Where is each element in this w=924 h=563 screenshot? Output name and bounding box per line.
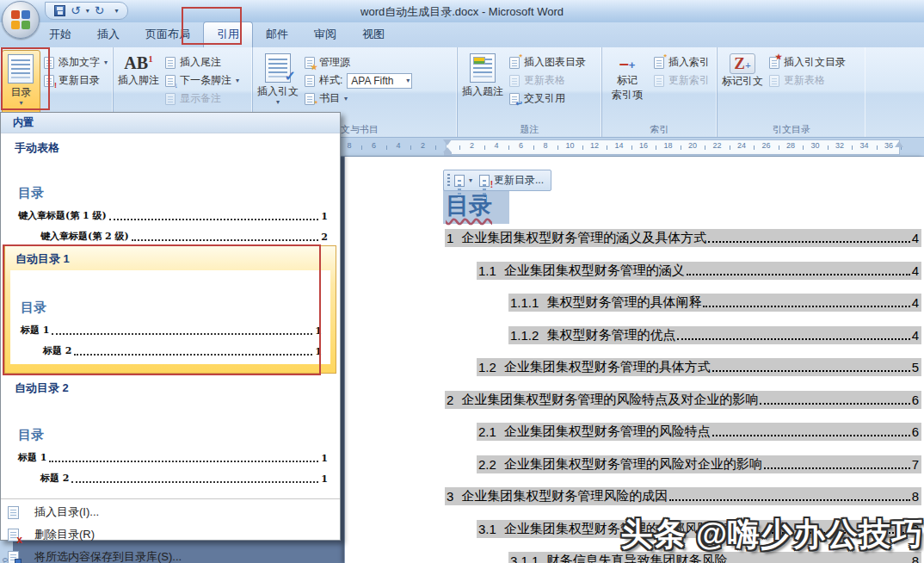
- ruler-number: 16: [639, 141, 648, 150]
- insert-toa-button[interactable]: ★ 插入引文目录: [766, 53, 849, 71]
- style-row: 样式: APA Fifth▾: [301, 71, 416, 90]
- mark-entry-icon: –+: [619, 53, 636, 73]
- ruler-number: 36: [884, 141, 893, 150]
- auto-table-2-label: 自动目录 2: [1, 374, 340, 396]
- group-label-authorities: 引文目录: [718, 123, 865, 136]
- group-table-of-authorities: Z+ 标记引文 ★ 插入引文目录 更新表格 引文目录: [718, 47, 865, 137]
- menu-command-icon: [8, 551, 19, 563]
- toc-entry: 1.1.2 集权型财务管理的优点 4: [508, 326, 921, 344]
- menu-separator: [1, 498, 340, 499]
- show-notes-button[interactable]: 显示备注: [162, 90, 243, 108]
- toc-icon: [8, 54, 34, 84]
- toc-title: 目录: [446, 193, 492, 219]
- ribbon-tab[interactable]: 页面布局: [132, 22, 203, 47]
- ruler-page-band: [446, 139, 900, 155]
- update-toc-float-button[interactable]: 更新目录...: [494, 173, 544, 188]
- insert-endnote-icon: [165, 57, 176, 69]
- manage-sources-icon: ★: [305, 57, 315, 69]
- group-label-captions: 题注: [458, 123, 601, 136]
- horizontal-ruler: 864224681012141618202224262830323436: [341, 138, 924, 157]
- title-bar: ↺ ▾ ↻ ▾ word自动生成目录.docx - Microsoft Word: [0, 0, 924, 22]
- mark-citation-icon: Z+: [730, 53, 755, 74]
- first-line-indent-marker[interactable]: [443, 139, 452, 145]
- ribbon-tab[interactable]: 开始: [36, 22, 84, 47]
- insert-caption-icon: [470, 53, 496, 83]
- menu-command[interactable]: 将所选内容保存到目录库(S)...: [1, 546, 340, 563]
- ruler-number: 26: [761, 141, 770, 150]
- group-index: –+ 标记 索引项 * 插入索引 更新索引 索引: [602, 47, 718, 137]
- ribbon-tab[interactable]: 邮件: [253, 22, 301, 47]
- insert-index-icon: *: [654, 57, 664, 69]
- update-index-button[interactable]: 更新索引: [650, 71, 713, 90]
- footnote-ab1-icon: AB1: [124, 53, 152, 73]
- auto-table-1-label: 自动目录 1: [5, 246, 336, 267]
- insert-table-of-figures-button[interactable]: * 插入图表目录: [506, 53, 589, 71]
- insert-endnote-button[interactable]: 插入尾注: [162, 53, 243, 71]
- window-title: word自动生成目录.docx - Microsoft Word: [0, 4, 924, 20]
- preview-title: 目录: [21, 300, 322, 316]
- toc-field-dropdown-icon[interactable]: ▾: [469, 177, 472, 184]
- next-footnote-button[interactable]: ↓ 下一条脚注▾: [162, 71, 243, 90]
- insert-table-of-figures-icon: *: [509, 57, 520, 69]
- ruler-number: 4: [396, 141, 400, 150]
- gallery-item-automatic-table-1[interactable]: 自动目录 1 目录 标题 11 标题 21: [4, 245, 336, 374]
- update-index-icon: [654, 75, 664, 87]
- preview-line: 标题 11: [21, 325, 322, 337]
- mark-citation-button[interactable]: Z+ 标记引文: [719, 50, 766, 121]
- insert-caption-button[interactable]: 插入题注: [459, 50, 506, 121]
- preview-line: 键入章标题(第 2 级)2: [40, 231, 328, 243]
- toolbar-grip-icon[interactable]: [447, 174, 450, 187]
- ribbon-tab[interactable]: 引用: [203, 22, 253, 47]
- ruler-number: 32: [835, 141, 844, 150]
- insert-index-button[interactable]: * 插入索引: [650, 53, 713, 71]
- ribbon-tab[interactable]: 审阅: [301, 22, 349, 47]
- left-indent-marker[interactable]: [444, 152, 452, 156]
- office-logo-icon: [11, 10, 30, 29]
- toc-gallery-button[interactable]: 目录 ▾: [2, 50, 40, 121]
- manage-sources-button[interactable]: ★ 管理源: [301, 53, 416, 71]
- update-toa-icon: [769, 75, 779, 87]
- menu-header: 内置: [1, 113, 340, 133]
- preview-line: 标题 21: [43, 345, 322, 357]
- preview-line: 标题 11: [18, 452, 328, 464]
- ribbon-tab[interactable]: 插入: [84, 22, 132, 47]
- menu-command[interactable]: 删除目录(R): [1, 523, 340, 546]
- update-toc-button[interactable]: ! 更新目录: [40, 71, 111, 90]
- word-window: ↺ ▾ ↻ ▾ word自动生成目录.docx - Microsoft Word…: [0, 0, 924, 563]
- gallery-item-automatic-table-2[interactable]: 自动目录 2 目录 标题 11 标题 21: [1, 374, 340, 497]
- group-label-index: 索引: [602, 123, 717, 136]
- update-toa-button[interactable]: 更新表格: [766, 71, 849, 90]
- mark-entry-button[interactable]: –+ 标记 索引项: [604, 50, 650, 121]
- ruler-number: 28: [786, 141, 795, 150]
- cross-reference-icon: ↩: [509, 93, 520, 105]
- watermark: 头条 @嗨少办公技巧: [621, 513, 924, 556]
- insert-citation-button[interactable]: ✓ 插入引文 ▾: [255, 50, 301, 121]
- toc-entry: 1.1.1 集权型财务管理的具体阐释 4: [508, 294, 921, 312]
- add-text-button[interactable]: 添加文字▾: [40, 53, 111, 71]
- bibliography-button[interactable]: * 书目▾: [301, 90, 416, 108]
- gallery-item-manual-table[interactable]: 手动表格 目录 键入章标题(第 1 级)1 键入章标题(第 2 级)2: [1, 133, 340, 243]
- right-indent-marker[interactable]: [895, 141, 903, 147]
- toc-entry: 1 企业集团集权型财务管理的涵义及具体方式 4: [445, 229, 921, 247]
- ribbon-tab[interactable]: 视图: [349, 22, 397, 47]
- menu-command[interactable]: 插入目录(I)...: [1, 501, 340, 523]
- insert-footnote-button[interactable]: AB1 插入脚注: [115, 50, 162, 121]
- ruler-number: 6: [519, 141, 523, 150]
- office-button[interactable]: [2, 1, 40, 39]
- toc-title-highlight[interactable]: 目录: [443, 189, 509, 224]
- ruler-number: 2: [470, 141, 474, 150]
- toc-field-toolbar: ▾ ! 更新目录...: [443, 170, 551, 191]
- ribbon-tab-row: 开始插入页面布局引用邮件审阅视图: [0, 22, 924, 47]
- ruler-number: 20: [688, 141, 697, 150]
- cross-reference-button[interactable]: ↩ 交叉引用: [506, 90, 589, 108]
- toc-field-icon[interactable]: [454, 175, 465, 187]
- document-page[interactable]: ▾ ! 更新目录... 目录 1 企业集团集权型财务管理的涵义及具体方式 4: [344, 157, 924, 563]
- update-table-button[interactable]: 更新表格: [506, 71, 589, 90]
- toc-gallery-menu: 内置 手动表格 目录 键入章标题(第 1 级)1 键入章标题(第 2 级)2: [0, 112, 341, 541]
- ruler-number: 2: [421, 141, 425, 150]
- style-combo[interactable]: APA Fifth▾: [347, 73, 412, 89]
- bibliography-icon: *: [305, 93, 315, 105]
- ruler-number: 22: [712, 141, 721, 150]
- toc-entry: 1.1 企业集团集权型财务管理的涵义 4: [477, 262, 921, 280]
- toc-entry: 3 企业集团集权型财务管理风险的成因 8: [445, 487, 921, 505]
